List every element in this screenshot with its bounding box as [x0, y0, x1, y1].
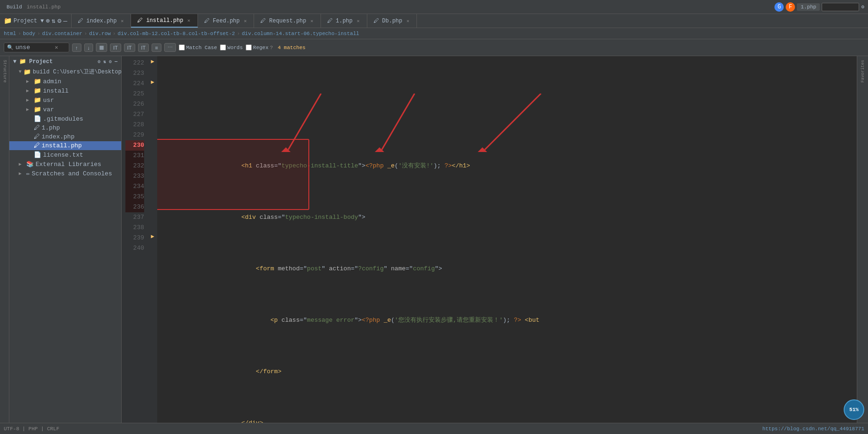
search-toggle1[interactable]: ▦ [96, 43, 107, 52]
close-tab-index[interactable]: ✕ [119, 18, 125, 24]
code-line-226[interactable]: </form> [161, 356, 853, 367]
gutter-239: ▶ [148, 231, 157, 241]
words-checkbox[interactable] [220, 44, 226, 51]
gutter-238 [148, 221, 157, 231]
tab-index-php[interactable]: 🖊 index.php ✕ [72, 14, 131, 28]
search-toggle4[interactable]: IT [138, 43, 149, 52]
tree-item-gitmodules[interactable]: 📄 .gitmodules [9, 114, 121, 123]
search-input-wrap: 🔍 ✕ [4, 43, 69, 52]
tree-item-admin[interactable]: ▶ 📁 admin [9, 77, 121, 86]
breadcrumb-row[interactable]: div.row [89, 31, 110, 36]
tab-feed-php[interactable]: 🖊 Feed.php ✕ [198, 14, 255, 28]
gutter-230 [148, 138, 157, 149]
tabs-bar: 📁 Project ▼ ⊕ ⇅ ⚙ — 🖊 index.php ✕ 🖊 inst… [0, 14, 868, 28]
tree-item-install[interactable]: ▶ 📁 install [9, 86, 121, 95]
top-bar: Build install.php G F 1.php ⚙ [0, 0, 868, 14]
project-icon[interactable]: 📁 [4, 17, 12, 25]
match-case-checkbox[interactable] [179, 44, 185, 51]
build-label[interactable]: Build [4, 3, 25, 11]
close-tab-feed[interactable]: ✕ [242, 18, 248, 24]
linenum-233: 233 [125, 171, 144, 181]
code-line-224[interactable]: <form method="post" action="?config" nam… [161, 253, 853, 264]
breadcrumb-body[interactable]: body [23, 31, 35, 36]
breadcrumb-column[interactable]: div.column-14.start-06.typecho-install [242, 31, 359, 36]
breadcrumb-html[interactable]: html [4, 31, 16, 36]
search-input[interactable] [15, 44, 53, 51]
code-line-227[interactable]: </div> [161, 408, 853, 418]
chrome-icon[interactable]: G [774, 2, 784, 12]
project-header[interactable]: ▼ 📁 Project ⚙ ⇅ ⚙ — [9, 56, 121, 67]
usr-arrow: ▶ [26, 97, 32, 103]
scratches-label: Scratches and Consoles [32, 170, 112, 177]
search-prev-btn[interactable]: ↑ [72, 43, 81, 52]
tab-request-php[interactable]: 🖊 Request.php ✕ [254, 14, 321, 28]
breadcrumb-container[interactable]: div.container [42, 31, 82, 36]
scratches-arrow: ▶ [19, 171, 24, 176]
code-area: 222 223 224 225 226 227 228 229 230 231 … [122, 56, 857, 423]
tab-install-php[interactable]: 🖊 install.php ✕ [131, 14, 197, 28]
tab-icon-request: 🖊 [260, 18, 266, 24]
linenum-232: 232 [125, 161, 144, 171]
tree-item-installphp[interactable]: 🖊 install.php [9, 141, 121, 150]
split-icon[interactable]: ⇅ [51, 17, 55, 25]
favorites-label[interactable]: Favorites [861, 58, 865, 85]
top-search[interactable] [822, 3, 859, 11]
linenum-222: 222 [125, 58, 144, 68]
search-toggle3[interactable]: IT [124, 43, 135, 52]
close-tab-1[interactable]: ✕ [356, 18, 361, 24]
search-filter-btn[interactable]: ⋯ [164, 43, 176, 52]
project-close[interactable]: — [115, 59, 117, 64]
red-box-svg [157, 138, 857, 210]
top-settings[interactable]: ⚙ [861, 4, 864, 10]
project-pin[interactable]: ⇅ [103, 59, 106, 65]
tab-db-php[interactable]: 🖊 Db.php ✕ [367, 14, 417, 28]
tree-item-license[interactable]: 📄 license.txt [9, 150, 121, 159]
regex-checkbox[interactable] [246, 44, 252, 51]
search-toggle2[interactable]: IT [110, 43, 121, 52]
tree-item-scratches[interactable]: ▶ ✏ Scratches and Consoles [9, 169, 121, 178]
close-tab-install[interactable]: ✕ [186, 17, 192, 24]
usr-icon: 📁 [34, 96, 41, 104]
minus-icon[interactable]: — [63, 17, 67, 25]
tree-item-var[interactable]: ▶ 📁 var [9, 105, 121, 114]
firefox-icon[interactable]: F [786, 2, 795, 12]
code-line-225[interactable]: <p class="message error"><?php _e('您没有执行… [161, 305, 853, 315]
project-gear[interactable]: ⚙ [109, 59, 112, 65]
words-option[interactable]: Words [220, 44, 243, 51]
tab-1-php[interactable]: 🖊 1.php ✕ [321, 14, 367, 28]
percent-badge[interactable]: 51% [844, 399, 864, 420]
match-case-option[interactable]: Match Case [179, 44, 217, 51]
code-line-223[interactable]: <div class="typecho-install-body"> [161, 202, 853, 212]
clear-search[interactable]: ✕ [55, 44, 58, 51]
search-next-btn[interactable]: ↓ [84, 43, 94, 52]
gutter-232 [148, 159, 157, 169]
license-label: license.txt [43, 152, 83, 159]
top-right-tab[interactable]: 1.php [797, 3, 820, 11]
tree-item-external-libs[interactable]: ▶ 📚 External Libraries [9, 159, 121, 169]
structure-tab[interactable]: Structure [2, 58, 7, 85]
tree-item-build[interactable]: ▼ 📁 build C:\Users\卫进\Desktop\b [9, 67, 121, 77]
var-label: var [43, 106, 54, 113]
code-line-222[interactable]: <h1 class="typecho-install-title"><?php … [161, 151, 853, 161]
breadcrumb-col[interactable]: div.col-mb-12.col-tb-8.col-tb-offset-2 [117, 31, 235, 36]
line-numbers: 222 223 224 225 226 227 228 229 230 231 … [122, 56, 148, 423]
code-scroll[interactable]: 222 223 224 225 226 227 228 229 230 231 … [122, 56, 857, 423]
regex-option[interactable]: Regex ? [246, 44, 273, 51]
close-tab-db[interactable]: ✕ [405, 18, 411, 24]
project-label-small[interactable]: Project ▼ [14, 18, 44, 24]
settings-icon[interactable]: ⚙ [58, 17, 61, 25]
tree-item-usr[interactable]: ▶ 📁 usr [9, 95, 121, 105]
code-content[interactable]: <h1 class="typecho-install-title"><?php … [157, 56, 857, 423]
admin-arrow: ▶ [26, 79, 32, 84]
gutter-227 [148, 108, 157, 118]
installphp-label: install.php [42, 142, 82, 149]
left-vtabs: Structure [0, 56, 9, 423]
close-tab-request[interactable]: ✕ [309, 18, 314, 24]
gutter-222: ▶ [148, 56, 157, 66]
add-icon[interactable]: ⊕ [46, 17, 50, 25]
tree-item-1php[interactable]: 🖊 1.php [9, 123, 121, 132]
project-settings[interactable]: ⚙ [98, 59, 101, 65]
tree-item-indexphp[interactable]: 🖊 index.php [9, 132, 121, 141]
search-toggle5[interactable]: ≡ [152, 43, 161, 52]
gitmodules-icon: 📄 [34, 115, 41, 123]
